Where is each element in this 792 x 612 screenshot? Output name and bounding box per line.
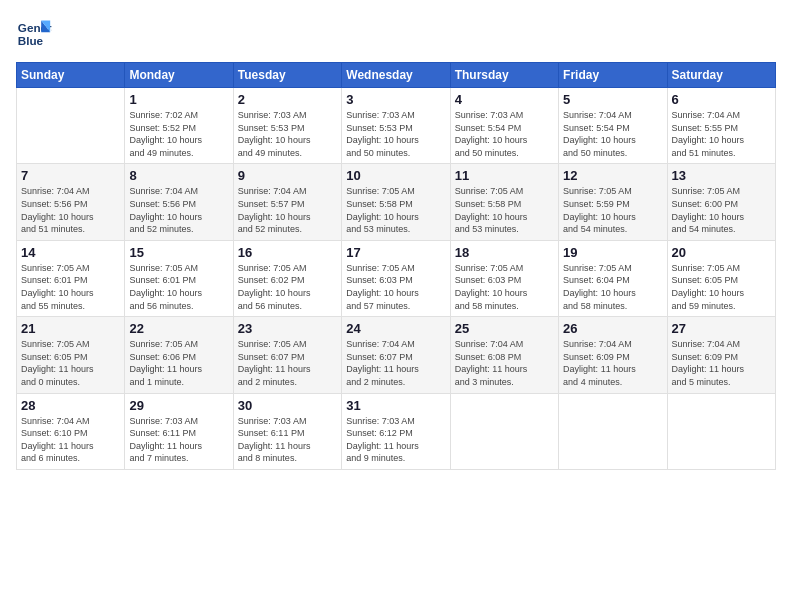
calendar-cell: 26Sunrise: 7:04 AM Sunset: 6:09 PM Dayli…: [559, 317, 667, 393]
calendar-cell: 31Sunrise: 7:03 AM Sunset: 6:12 PM Dayli…: [342, 393, 450, 469]
day-info: Sunrise: 7:05 AM Sunset: 6:05 PM Dayligh…: [672, 262, 771, 312]
calendar-week-row: 28Sunrise: 7:04 AM Sunset: 6:10 PM Dayli…: [17, 393, 776, 469]
day-info: Sunrise: 7:05 AM Sunset: 6:04 PM Dayligh…: [563, 262, 662, 312]
calendar-cell: 7Sunrise: 7:04 AM Sunset: 5:56 PM Daylig…: [17, 164, 125, 240]
calendar-cell: 14Sunrise: 7:05 AM Sunset: 6:01 PM Dayli…: [17, 240, 125, 316]
day-number: 3: [346, 92, 445, 107]
day-number: 31: [346, 398, 445, 413]
day-number: 27: [672, 321, 771, 336]
day-number: 26: [563, 321, 662, 336]
weekday-header-wednesday: Wednesday: [342, 63, 450, 88]
logo-icon: General Blue: [16, 16, 52, 52]
calendar-cell: 16Sunrise: 7:05 AM Sunset: 6:02 PM Dayli…: [233, 240, 341, 316]
day-number: 6: [672, 92, 771, 107]
day-number: 17: [346, 245, 445, 260]
calendar-cell: [450, 393, 558, 469]
weekday-header-saturday: Saturday: [667, 63, 775, 88]
calendar-cell: [667, 393, 775, 469]
weekday-header-sunday: Sunday: [17, 63, 125, 88]
calendar-week-row: 7Sunrise: 7:04 AM Sunset: 5:56 PM Daylig…: [17, 164, 776, 240]
day-info: Sunrise: 7:03 AM Sunset: 6:11 PM Dayligh…: [129, 415, 228, 465]
calendar-cell: 11Sunrise: 7:05 AM Sunset: 5:58 PM Dayli…: [450, 164, 558, 240]
day-number: 22: [129, 321, 228, 336]
calendar-cell: 2Sunrise: 7:03 AM Sunset: 5:53 PM Daylig…: [233, 88, 341, 164]
day-number: 14: [21, 245, 120, 260]
calendar-cell: 22Sunrise: 7:05 AM Sunset: 6:06 PM Dayli…: [125, 317, 233, 393]
weekday-header-row: SundayMondayTuesdayWednesdayThursdayFrid…: [17, 63, 776, 88]
calendar-cell: 27Sunrise: 7:04 AM Sunset: 6:09 PM Dayli…: [667, 317, 775, 393]
day-info: Sunrise: 7:04 AM Sunset: 6:08 PM Dayligh…: [455, 338, 554, 388]
day-info: Sunrise: 7:04 AM Sunset: 5:57 PM Dayligh…: [238, 185, 337, 235]
calendar-cell: 24Sunrise: 7:04 AM Sunset: 6:07 PM Dayli…: [342, 317, 450, 393]
day-info: Sunrise: 7:05 AM Sunset: 6:07 PM Dayligh…: [238, 338, 337, 388]
calendar-cell: 23Sunrise: 7:05 AM Sunset: 6:07 PM Dayli…: [233, 317, 341, 393]
calendar-cell: 28Sunrise: 7:04 AM Sunset: 6:10 PM Dayli…: [17, 393, 125, 469]
calendar-cell: [559, 393, 667, 469]
day-info: Sunrise: 7:05 AM Sunset: 6:01 PM Dayligh…: [21, 262, 120, 312]
day-number: 16: [238, 245, 337, 260]
weekday-header-tuesday: Tuesday: [233, 63, 341, 88]
header: General Blue: [16, 16, 776, 52]
day-number: 30: [238, 398, 337, 413]
calendar-cell: 12Sunrise: 7:05 AM Sunset: 5:59 PM Dayli…: [559, 164, 667, 240]
calendar-cell: 3Sunrise: 7:03 AM Sunset: 5:53 PM Daylig…: [342, 88, 450, 164]
day-info: Sunrise: 7:02 AM Sunset: 5:52 PM Dayligh…: [129, 109, 228, 159]
day-info: Sunrise: 7:05 AM Sunset: 6:00 PM Dayligh…: [672, 185, 771, 235]
day-info: Sunrise: 7:04 AM Sunset: 6:10 PM Dayligh…: [21, 415, 120, 465]
calendar-cell: 6Sunrise: 7:04 AM Sunset: 5:55 PM Daylig…: [667, 88, 775, 164]
calendar-week-row: 1Sunrise: 7:02 AM Sunset: 5:52 PM Daylig…: [17, 88, 776, 164]
logo: General Blue: [16, 16, 56, 52]
day-info: Sunrise: 7:03 AM Sunset: 5:53 PM Dayligh…: [238, 109, 337, 159]
calendar-cell: 20Sunrise: 7:05 AM Sunset: 6:05 PM Dayli…: [667, 240, 775, 316]
weekday-header-thursday: Thursday: [450, 63, 558, 88]
day-number: 1: [129, 92, 228, 107]
day-info: Sunrise: 7:05 AM Sunset: 6:02 PM Dayligh…: [238, 262, 337, 312]
day-info: Sunrise: 7:04 AM Sunset: 6:09 PM Dayligh…: [563, 338, 662, 388]
day-info: Sunrise: 7:05 AM Sunset: 6:01 PM Dayligh…: [129, 262, 228, 312]
calendar-cell: 30Sunrise: 7:03 AM Sunset: 6:11 PM Dayli…: [233, 393, 341, 469]
day-number: 25: [455, 321, 554, 336]
day-info: Sunrise: 7:05 AM Sunset: 6:06 PM Dayligh…: [129, 338, 228, 388]
calendar-cell: [17, 88, 125, 164]
calendar-cell: 29Sunrise: 7:03 AM Sunset: 6:11 PM Dayli…: [125, 393, 233, 469]
day-number: 4: [455, 92, 554, 107]
day-info: Sunrise: 7:05 AM Sunset: 6:05 PM Dayligh…: [21, 338, 120, 388]
calendar-cell: 10Sunrise: 7:05 AM Sunset: 5:58 PM Dayli…: [342, 164, 450, 240]
day-number: 29: [129, 398, 228, 413]
calendar-cell: 25Sunrise: 7:04 AM Sunset: 6:08 PM Dayli…: [450, 317, 558, 393]
day-info: Sunrise: 7:04 AM Sunset: 5:54 PM Dayligh…: [563, 109, 662, 159]
day-info: Sunrise: 7:04 AM Sunset: 5:55 PM Dayligh…: [672, 109, 771, 159]
day-number: 21: [21, 321, 120, 336]
weekday-header-friday: Friday: [559, 63, 667, 88]
day-info: Sunrise: 7:04 AM Sunset: 5:56 PM Dayligh…: [129, 185, 228, 235]
calendar-week-row: 14Sunrise: 7:05 AM Sunset: 6:01 PM Dayli…: [17, 240, 776, 316]
day-info: Sunrise: 7:04 AM Sunset: 6:09 PM Dayligh…: [672, 338, 771, 388]
weekday-header-monday: Monday: [125, 63, 233, 88]
calendar-cell: 4Sunrise: 7:03 AM Sunset: 5:54 PM Daylig…: [450, 88, 558, 164]
calendar-cell: 8Sunrise: 7:04 AM Sunset: 5:56 PM Daylig…: [125, 164, 233, 240]
day-info: Sunrise: 7:04 AM Sunset: 6:07 PM Dayligh…: [346, 338, 445, 388]
calendar-body: 1Sunrise: 7:02 AM Sunset: 5:52 PM Daylig…: [17, 88, 776, 470]
day-info: Sunrise: 7:03 AM Sunset: 5:54 PM Dayligh…: [455, 109, 554, 159]
day-number: 13: [672, 168, 771, 183]
calendar-cell: 1Sunrise: 7:02 AM Sunset: 5:52 PM Daylig…: [125, 88, 233, 164]
day-number: 28: [21, 398, 120, 413]
day-info: Sunrise: 7:05 AM Sunset: 6:03 PM Dayligh…: [346, 262, 445, 312]
day-number: 12: [563, 168, 662, 183]
day-number: 5: [563, 92, 662, 107]
calendar-cell: 18Sunrise: 7:05 AM Sunset: 6:03 PM Dayli…: [450, 240, 558, 316]
day-number: 23: [238, 321, 337, 336]
svg-text:Blue: Blue: [18, 34, 44, 47]
day-number: 7: [21, 168, 120, 183]
day-number: 11: [455, 168, 554, 183]
day-number: 20: [672, 245, 771, 260]
calendar-cell: 17Sunrise: 7:05 AM Sunset: 6:03 PM Dayli…: [342, 240, 450, 316]
day-number: 19: [563, 245, 662, 260]
day-info: Sunrise: 7:05 AM Sunset: 6:03 PM Dayligh…: [455, 262, 554, 312]
calendar-cell: 15Sunrise: 7:05 AM Sunset: 6:01 PM Dayli…: [125, 240, 233, 316]
calendar-cell: 21Sunrise: 7:05 AM Sunset: 6:05 PM Dayli…: [17, 317, 125, 393]
calendar-week-row: 21Sunrise: 7:05 AM Sunset: 6:05 PM Dayli…: [17, 317, 776, 393]
day-number: 8: [129, 168, 228, 183]
day-number: 24: [346, 321, 445, 336]
day-info: Sunrise: 7:05 AM Sunset: 5:58 PM Dayligh…: [455, 185, 554, 235]
